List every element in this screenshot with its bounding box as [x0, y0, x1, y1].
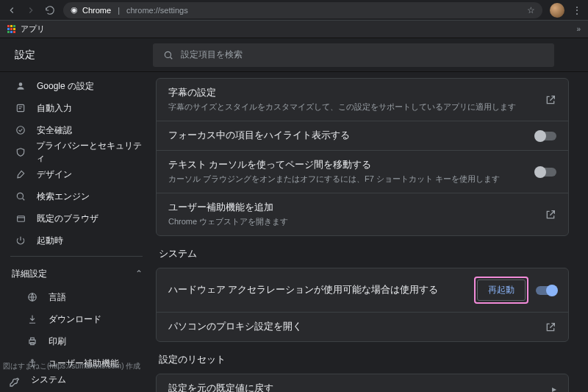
bookmark-star-icon[interactable]: ☆ — [527, 5, 535, 15]
focus-toggle[interactable] — [536, 132, 556, 140]
download-icon — [26, 314, 38, 324]
sidebar-item-privacy[interactable]: プライバシーとセキュリティ — [0, 141, 153, 163]
reset-section-title: 設定のリセット — [159, 354, 566, 366]
url-path: chrome://settings — [126, 6, 188, 15]
wrench-icon — [9, 376, 21, 388]
url-host: Chrome — [82, 6, 111, 15]
sidebar-item-downloads[interactable]: ダウンロード — [0, 308, 153, 330]
site-icon: ◉ — [71, 5, 78, 15]
sidebar-item-safety[interactable]: 安全確認 — [0, 119, 153, 141]
page-title: 設定 — [12, 49, 153, 62]
row-captions[interactable]: 字幕の設定字幕のサイズとスタイルをカスタマイズして、この設定をサポートしているア… — [157, 79, 568, 121]
svg-point-3 — [17, 126, 25, 135]
chevron-right-icon: ▸ — [552, 384, 556, 393]
autofill-icon — [15, 103, 26, 113]
power-icon — [15, 235, 26, 246]
sidebar-item-print[interactable]: 印刷 — [0, 330, 153, 352]
chevron-up-icon: ⌃ — [135, 268, 143, 279]
svg-point-4 — [17, 193, 23, 199]
relaunch-button[interactable]: 再起動 — [477, 279, 526, 301]
row-focus-highlight[interactable]: フォーカス中の項目をハイライト表示する — [157, 121, 568, 151]
check-icon — [15, 125, 26, 135]
row-proxy[interactable]: パソコンのプロキシ設定を開く — [157, 313, 568, 341]
brush-icon — [15, 169, 26, 179]
image-watermark: 図はすまねこ(https://sumaneko.com) 作成 — [3, 361, 140, 371]
forward-button[interactable] — [25, 4, 37, 16]
row-hw-accel[interactable]: ハードウェア アクセラレーションが使用可能な場合は使用する 再起動 — [157, 268, 568, 313]
svg-point-1 — [19, 82, 23, 86]
globe-icon — [26, 292, 38, 302]
system-section-title: システム — [159, 248, 566, 260]
sidebar-item-google[interactable]: Google の設定 — [0, 75, 153, 97]
row-add-accessibility[interactable]: ユーザー補助機能を追加Chrome ウェブストアを開きます — [157, 193, 568, 235]
print-icon — [26, 336, 38, 346]
sidebar-item-autofill[interactable]: 自動入力 — [0, 97, 153, 119]
sidebar-advanced-toggle[interactable]: 詳細設定 ⌃ — [0, 261, 153, 286]
apps-label[interactable]: アプリ — [21, 24, 45, 35]
sidebar-item-startup[interactable]: 起動時 — [0, 229, 153, 252]
search-icon — [15, 191, 26, 202]
external-link-icon — [545, 209, 556, 221]
settings-sidebar: Google の設定 自動入力 安全確認 プライバシーとセキュリティ デザイン … — [0, 72, 153, 392]
settings-content: 字幕の設定字幕のサイズとスタイルをカスタマイズして、この設定をサポートしているア… — [153, 72, 588, 392]
footer-system-label: システム — [31, 374, 66, 386]
sidebar-item-language[interactable]: 言語 — [0, 286, 153, 308]
search-icon — [163, 50, 173, 60]
reload-button[interactable] — [44, 4, 56, 16]
caret-toggle[interactable] — [536, 168, 556, 177]
system-card: ハードウェア アクセラレーションが使用可能な場合は使用する 再起動 パソコンのプ… — [156, 268, 569, 342]
sidebar-item-search-engine[interactable]: 検索エンジン — [0, 185, 153, 207]
browser-toolbar: ◉ Chrome | chrome://settings ☆ ⋮ — [0, 0, 588, 21]
browser-icon — [15, 214, 26, 224]
back-button[interactable] — [6, 4, 18, 16]
bookmark-overflow-icon[interactable]: » — [576, 25, 581, 33]
bookmark-bar: アプリ » — [0, 21, 588, 38]
relaunch-highlight: 再起動 — [474, 277, 528, 304]
external-link-icon — [545, 94, 556, 106]
omnibox[interactable]: ◉ Chrome | chrome://settings ☆ — [63, 2, 542, 18]
sidebar-item-appearance[interactable]: デザイン — [0, 163, 153, 185]
settings-header: 設定 設定項目を検索 — [0, 38, 588, 72]
settings-search[interactable]: 設定項目を検索 — [153, 43, 554, 67]
kebab-menu-icon[interactable]: ⋮ — [572, 4, 582, 16]
row-reset[interactable]: 設定を元の既定値に戻す ▸ — [157, 374, 568, 392]
svg-rect-8 — [31, 338, 35, 340]
svg-rect-5 — [17, 215, 24, 221]
svg-point-0 — [165, 51, 171, 57]
person-icon — [15, 81, 26, 91]
sidebar-item-default-browser[interactable]: 既定のブラウザ — [0, 207, 153, 229]
external-link-icon — [545, 321, 556, 333]
reset-card: 設定を元の既定値に戻す ▸ — [156, 374, 569, 392]
row-caret-browsing[interactable]: テキスト カーソルを使ってページ間を移動するカーソル ブラウジングをオンまたはオ… — [157, 151, 568, 193]
apps-icon[interactable] — [7, 25, 16, 34]
profile-avatar[interactable] — [550, 3, 564, 18]
shield-icon — [15, 147, 26, 157]
accessibility-card: 字幕の設定字幕のサイズとスタイルをカスタマイズして、この設定をサポートしているア… — [156, 78, 569, 236]
search-placeholder: 設定項目を検索 — [181, 49, 243, 61]
hw-accel-toggle[interactable] — [536, 286, 556, 295]
